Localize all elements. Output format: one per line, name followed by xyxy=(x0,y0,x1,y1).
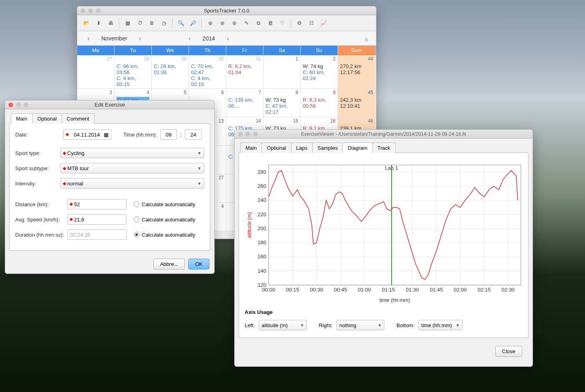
speed-input[interactable]: 21,6 xyxy=(67,214,127,225)
altitude-chart: 12014016018020022024026028000:0000:1500:… xyxy=(245,161,523,305)
duration-input[interactable]: 02:24:26 xyxy=(67,229,127,240)
close-button[interactable]: Close xyxy=(495,346,522,357)
sport-label: Sport type: xyxy=(15,150,60,156)
calendar-cell[interactable]: 45242,3 km12:10:41 xyxy=(338,89,376,117)
viewer-tabs: MainOptionalLapsSamplesDiagramTrack xyxy=(240,143,533,153)
tab-optional[interactable]: Optional xyxy=(32,113,62,124)
tab-comment[interactable]: Comment xyxy=(62,113,94,124)
bottom-axis-select[interactable]: time (hh:mm)▼ xyxy=(418,320,462,330)
calendar-cell[interactable]: 28C: 96 km, 03:56C: 4 km, 00:15 xyxy=(115,55,152,88)
day-header: Tu xyxy=(115,46,152,55)
abbr-button[interactable]: Abbre... xyxy=(153,259,185,269)
dur-calc-radio[interactable] xyxy=(134,232,139,237)
calendar-cell[interactable]: 2W: 74 kgC: 60 km, 02:24 xyxy=(301,55,338,88)
day-header: Sa xyxy=(263,46,301,55)
next-month-button[interactable]: › xyxy=(135,34,145,43)
tab-diagram[interactable]: Diagram xyxy=(342,143,372,153)
traffic-lights[interactable] xyxy=(80,8,101,13)
subtype-select[interactable]: MTB tour▼ xyxy=(60,163,204,173)
day-header: Fr xyxy=(226,46,263,55)
tab-main[interactable]: Main xyxy=(11,113,32,124)
stopwatch-icon[interactable]: ⏱ xyxy=(135,18,145,28)
calendar-picker-icon[interactable]: ▦ xyxy=(104,132,109,138)
svg-text:00:30: 00:30 xyxy=(310,287,323,293)
ok-button[interactable]: OK xyxy=(188,259,209,269)
edit-titlebar: Edit Exercise xyxy=(5,101,214,109)
main-titlebar: SportsTracker 7.0.0 xyxy=(77,6,376,15)
calendar-cell[interactable]: 7C: 135 km, 06:... xyxy=(226,89,263,117)
bars-icon[interactable]: ☷ xyxy=(306,18,317,28)
month-label: November xyxy=(101,35,127,42)
zoom-in-icon[interactable]: 🔍 xyxy=(176,18,186,28)
print-icon[interactable]: 🖶 xyxy=(105,18,116,28)
viewer-panel: 12014016018020022024026028000:0000:1500:… xyxy=(239,153,529,338)
sport-select[interactable]: Cycling▼ xyxy=(60,148,204,158)
dist-label: Distance (km): xyxy=(15,201,67,207)
distance-input[interactable]: 52 xyxy=(67,199,127,209)
calendar-icon[interactable]: ▦ xyxy=(123,18,133,28)
svg-text:01:45: 01:45 xyxy=(430,287,443,293)
right-axis-select[interactable]: nothing▼ xyxy=(336,320,384,330)
time-label: Time (hh:mm): xyxy=(123,132,157,138)
add3-icon[interactable]: ⊕ xyxy=(229,18,239,28)
time-hour-input[interactable] xyxy=(160,129,177,140)
calendar-cell[interactable]: 1 xyxy=(263,55,301,88)
tab-samples[interactable]: Samples xyxy=(312,143,343,153)
svg-rect-40 xyxy=(269,165,521,285)
speed-calc-radio[interactable] xyxy=(134,217,139,222)
tab-track[interactable]: Track xyxy=(372,143,396,153)
add-icon[interactable]: ⊕ xyxy=(205,18,215,28)
tab-optional[interactable]: Optional xyxy=(261,143,291,153)
save-icon[interactable]: ⬇ xyxy=(93,18,104,28)
calendar-cell[interactable]: 31R: 8,2 km, 01:04 xyxy=(226,55,263,88)
svg-text:02:30: 02:30 xyxy=(502,287,515,293)
edit-icon[interactable]: ✎ xyxy=(241,18,251,28)
calendar-cell[interactable]: 27 xyxy=(77,55,115,88)
home-icon[interactable]: ⌂ xyxy=(362,34,371,44)
month-navbar: ‹ November › ‹ 2014 › ⌂ xyxy=(77,31,376,46)
heart-icon[interactable]: ♡ xyxy=(277,18,287,28)
dist-calc-radio[interactable] xyxy=(134,201,139,207)
calendar-cell[interactable]: 8W: 73 kgC: 47 km, 02:17 xyxy=(263,89,301,117)
traffic-lights[interactable] xyxy=(238,132,258,137)
prev-month-button[interactable]: ‹ xyxy=(84,34,93,43)
svg-text:160: 160 xyxy=(257,253,266,259)
left-axis-label: Left: xyxy=(245,322,255,328)
tab-laps[interactable]: Laps xyxy=(291,143,313,153)
viewer-titlebar: ExerciseViewer - /Users/stefan/Training/… xyxy=(235,130,533,139)
zoom-out-icon[interactable]: 🔎 xyxy=(188,18,198,28)
svg-text:01:00: 01:00 xyxy=(358,287,371,293)
svg-text:260: 260 xyxy=(257,183,266,189)
svg-text:00:15: 00:15 xyxy=(286,287,300,293)
app-title: SportsTracker 7.0.0 xyxy=(204,8,249,14)
tab-main[interactable]: Main xyxy=(240,143,262,153)
gear-icon[interactable]: ⚙ xyxy=(294,18,305,28)
clock-icon[interactable]: ◷ xyxy=(159,18,169,28)
svg-text:140: 140 xyxy=(257,268,266,274)
svg-text:02:00: 02:00 xyxy=(454,287,467,293)
day-header: We xyxy=(152,46,189,55)
date-input[interactable]: 04.11.2014▦ xyxy=(63,129,111,140)
calendar-cell[interactable]: 29C: 28 km, 01:36 xyxy=(152,55,189,88)
list-icon[interactable]: 🗎 xyxy=(147,18,157,28)
prev-year-button[interactable]: ‹ xyxy=(185,34,195,43)
left-axis-select[interactable]: altitude (m)▼ xyxy=(259,320,307,330)
svg-text:01:30: 01:30 xyxy=(406,287,419,293)
traffic-lights[interactable] xyxy=(8,103,28,107)
calendar-cell[interactable]: 44270,2 km12:17:56 xyxy=(338,55,376,88)
chart-icon[interactable]: 📈 xyxy=(318,18,329,28)
dist-calc-label: Calculate automatically xyxy=(142,201,195,207)
open-icon[interactable]: 📂 xyxy=(81,18,92,28)
calendar-cell[interactable]: 9R: 8,3 km, 00:59 xyxy=(301,89,338,117)
trash-icon[interactable]: 🗑 xyxy=(265,18,275,28)
next-year-button[interactable]: › xyxy=(223,34,233,43)
edit-title: Edit Exercise xyxy=(94,102,125,108)
intensity-select[interactable]: normal▼ xyxy=(60,178,204,189)
copy-icon[interactable]: ⧉ xyxy=(253,18,263,28)
time-min-input[interactable] xyxy=(185,129,202,140)
calendar-cell[interactable]: 30C: 70 km, 02:47C: 4 km, 00:15 xyxy=(189,55,226,88)
speed-calc-label: Calculate automatically xyxy=(142,217,195,223)
svg-text:time (hh:mm): time (hh:mm) xyxy=(380,297,410,303)
add2-icon[interactable]: ⊕ xyxy=(217,18,227,28)
axis-usage-title: Axis Usage xyxy=(245,309,523,315)
